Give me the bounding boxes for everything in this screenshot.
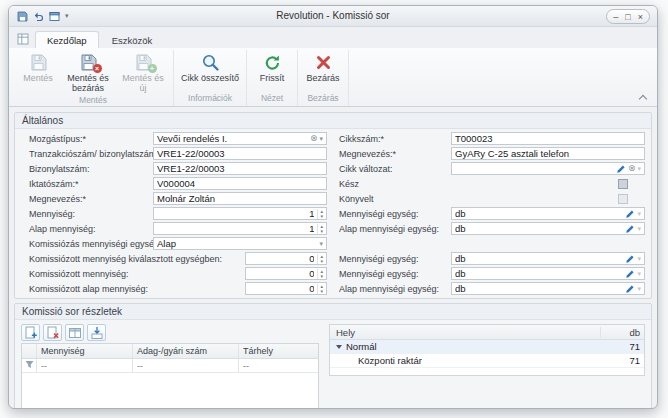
titlebar[interactable]: ▾ Revolution - Komissió sor – □ × [9, 6, 657, 27]
grid-empty-area [22, 373, 318, 409]
save-and-close-button[interactable]: × Mentés és bezárás [61, 50, 115, 94]
close-button[interactable]: Bezárás [301, 50, 345, 84]
minimize-button[interactable]: – [613, 11, 618, 23]
mennyisegi-egyseg2-label: Mennyiségi egység: [339, 254, 451, 264]
maximize-button[interactable]: □ [625, 11, 630, 23]
place-name: Normál [346, 341, 596, 352]
megnevezes-field[interactable]: Molnár Zoltán [153, 192, 327, 205]
chevron-down-icon[interactable]: ▾ [319, 240, 323, 247]
details-grid[interactable]: Mennyiség Adag-/gyári szám Tárhely -- --… [21, 343, 319, 409]
spinner-icon[interactable]: ▴▾ [317, 284, 323, 294]
window-controls: – □ × [606, 9, 650, 24]
add-row-button[interactable] [21, 324, 40, 341]
mennyiseg-label: Mennyiség: [29, 209, 153, 219]
chevron-down-icon[interactable]: ▾ [637, 165, 641, 172]
alap-mennyisegi-egyseg2-field[interactable]: db ▾ [451, 282, 645, 295]
save-and-new-button[interactable]: + Mentés és új [116, 50, 170, 94]
filter-icon[interactable] [25, 360, 34, 371]
save-and-new-icon: + [134, 53, 153, 72]
alap-mennyiseg-field[interactable]: 1 ▴▾ [153, 222, 327, 235]
save-button[interactable]: Mentés [16, 50, 60, 84]
ribbon-group-nezet: Frissít Nézet [247, 50, 298, 106]
megnevezes-cikk-field[interactable]: GyARy C-25 asztali telefon [451, 147, 645, 160]
group-caption-mentes: Mentés [16, 94, 170, 108]
pencil-icon[interactable] [616, 164, 626, 174]
chevron-down-icon[interactable]: ▾ [637, 255, 641, 262]
qat-dropdown-icon[interactable]: ▾ [65, 12, 69, 20]
tranzakcioszam-field[interactable]: VRE1-22/00003 [153, 147, 327, 160]
iktatoszam-field[interactable]: V000004 [153, 177, 327, 190]
place-group-row[interactable]: Normál 71 [330, 340, 644, 354]
komissiozas-egyseg-field[interactable]: Alap ▾ [153, 237, 327, 250]
cikk-valtozat-field[interactable]: ⊗ ▾ [451, 162, 645, 175]
mennyisegi-egyseg-field[interactable]: db ▾ [451, 207, 645, 220]
komissiozott-mennyiseg-field[interactable]: 0 ▴▾ [245, 267, 327, 280]
general-section-title: Általános [15, 113, 651, 129]
column-chooser-button[interactable] [65, 324, 84, 341]
kesz-checkbox[interactable] [618, 179, 628, 189]
mennyiseg-field[interactable]: 1 ▴▾ [153, 207, 327, 220]
spinner-icon[interactable]: ▴▾ [317, 209, 323, 219]
place-row[interactable]: Központi raktár 71 [330, 354, 644, 368]
pencil-icon[interactable] [625, 224, 635, 234]
ribbon-group-bezaras: Bezárás Bezárás [298, 50, 349, 106]
clear-icon[interactable]: ⊗ [310, 134, 318, 143]
cikk-valtozat-label: Cikk változat: [339, 164, 451, 174]
app-menu-icon[interactable] [17, 33, 29, 45]
chevron-down-icon[interactable]: ▾ [637, 210, 641, 217]
collapse-ribbon-button[interactable] [638, 93, 648, 103]
cikkszam-field[interactable]: T000023 [451, 132, 645, 145]
refresh-button[interactable]: Frissít [250, 50, 294, 84]
pencil-icon[interactable] [625, 254, 635, 264]
column-header-tarhely[interactable]: Tárhely [239, 344, 318, 358]
mozgastipus-label: Mozgástípus:* [29, 134, 153, 144]
filter-cell[interactable]: -- [239, 359, 318, 372]
chevron-down-icon[interactable]: ▾ [637, 225, 641, 232]
filter-cell[interactable]: -- [37, 359, 133, 372]
collapse-icon[interactable] [336, 345, 342, 349]
qat-undo-icon[interactable] [33, 11, 44, 22]
qat-window-icon[interactable] [49, 11, 60, 22]
column-header-hely[interactable]: Hely [330, 327, 600, 338]
delete-row-button[interactable] [43, 324, 62, 341]
komissiozott-alap-field[interactable]: 0 ▴▾ [245, 282, 327, 295]
places-header-row: Hely db [330, 325, 644, 340]
pencil-icon[interactable] [625, 269, 635, 279]
konyvelt-checkbox[interactable] [618, 194, 628, 204]
qat-save-icon[interactable] [17, 11, 28, 22]
close-window-button[interactable]: × [638, 11, 643, 23]
mozgastipus-field[interactable]: Vevői rendelés I. ⊗ ▾ [153, 132, 327, 145]
mennyisegi-egyseg2-field[interactable]: db ▾ [451, 252, 645, 265]
details-toolbar [21, 324, 319, 341]
column-header-db[interactable]: db [600, 327, 644, 338]
spinner-icon[interactable]: ▴▾ [317, 254, 323, 264]
spinner-icon[interactable]: ▴▾ [317, 224, 323, 234]
filter-cell[interactable]: -- [133, 359, 239, 372]
megnevezes-cikk-label: Megnevezés:* [339, 149, 451, 159]
places-grid[interactable]: Hely db Normál 71 Központi raktár 71 [329, 324, 645, 376]
alap-mennyisegi-egyseg-field[interactable]: db ▾ [451, 222, 645, 235]
row-indicator-header [22, 344, 37, 358]
tab-eszkozok[interactable]: Eszközök [101, 32, 164, 48]
form-row: Komissiózott mennyiség: 0 ▴▾ Mennyiségi … [29, 266, 645, 281]
form-row: Mennyiség: 1 ▴▾ Mennyiségi egység: db ▾ [29, 206, 645, 221]
form-row: Bizonylatszám: VRE1-22/00003 Cikk változ… [29, 161, 645, 176]
chevron-down-icon[interactable]: ▾ [637, 285, 641, 292]
mennyisegi-egyseg3-field[interactable]: db ▾ [451, 267, 645, 280]
chevron-down-icon[interactable]: ▾ [319, 135, 323, 142]
form-row: Komissiózott alap mennyiség: 0 ▴▾ Alap m… [29, 281, 645, 296]
bizonylatszam-field[interactable]: VRE1-22/00003 [153, 162, 327, 175]
pencil-icon[interactable] [625, 284, 635, 294]
clear-icon[interactable]: ⊗ [628, 164, 636, 173]
cikk-osszesito-button[interactable]: Cikk összesítő [177, 50, 243, 84]
column-header-adag[interactable]: Adag-/gyári szám [133, 344, 239, 358]
komissiozott-kivalasztott-field[interactable]: 0 ▴▾ [245, 252, 327, 265]
tab-kezdolap[interactable]: Kezdőlap [35, 31, 99, 48]
form-row: Alap mennyiség: 1 ▴▾ Alap mennyiségi egy… [29, 221, 645, 236]
export-button[interactable] [87, 324, 106, 341]
spinner-icon[interactable]: ▴▾ [317, 269, 323, 279]
grid-header-row: Mennyiség Adag-/gyári szám Tárhely [22, 344, 318, 359]
column-header-mennyiseg[interactable]: Mennyiség [37, 344, 133, 358]
chevron-down-icon[interactable]: ▾ [637, 270, 641, 277]
pencil-icon[interactable] [625, 209, 635, 219]
